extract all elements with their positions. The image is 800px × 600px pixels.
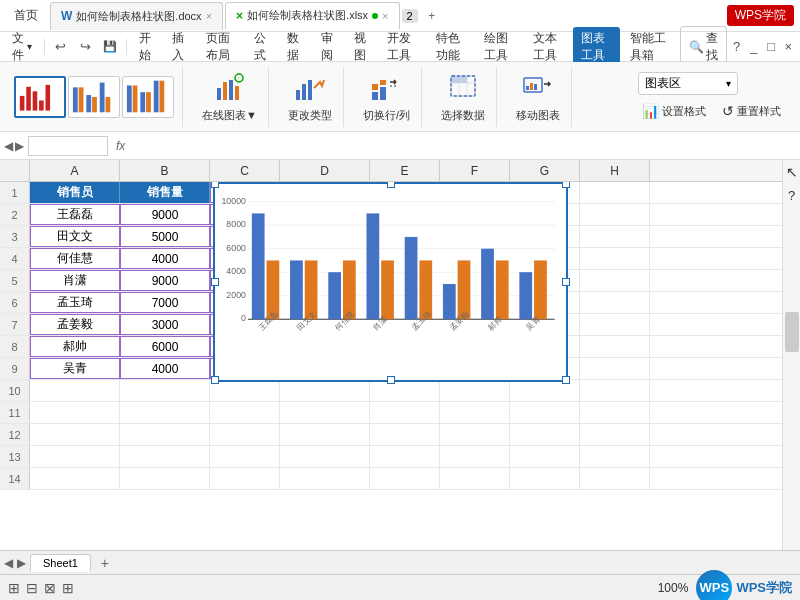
status-icon-2[interactable]: ⊟ xyxy=(26,580,38,596)
move-chart-button[interactable]: 移动图表 xyxy=(511,67,565,126)
new-tab-button[interactable]: + xyxy=(420,4,444,28)
cell-a4[interactable]: 何佳慧 xyxy=(30,248,120,269)
xlsx-close[interactable]: × xyxy=(382,10,388,22)
cell-a14[interactable] xyxy=(30,468,120,489)
scroll-left-button[interactable]: ◀ xyxy=(4,556,13,570)
resize-handle-right[interactable] xyxy=(562,278,570,286)
tab-docx[interactable]: W 如何绘制表格柱状图.docx × xyxy=(50,2,223,30)
maximize-button[interactable]: □ xyxy=(763,35,778,59)
cell-a3[interactable]: 田文文 xyxy=(30,226,120,247)
right-panel-cursor-icon[interactable]: ↖ xyxy=(786,164,798,180)
cell-b3[interactable]: 5000 xyxy=(120,226,210,247)
cell-a1[interactable]: 销售员 xyxy=(30,182,120,203)
close-button[interactable]: × xyxy=(781,35,796,59)
menu-view[interactable]: 视图 xyxy=(346,27,377,67)
menu-formula[interactable]: 公式 xyxy=(246,27,277,67)
cell-b8[interactable]: 6000 xyxy=(120,336,210,357)
cell-h9[interactable] xyxy=(580,358,650,379)
menu-page[interactable]: 页面布局 xyxy=(198,27,245,67)
chart-container[interactable]: 10000 8000 6000 4000 2000 0 xyxy=(213,182,568,382)
switch-rowcol-button[interactable]: 切换行/列 xyxy=(358,67,415,126)
cell-h2[interactable] xyxy=(580,204,650,225)
chart-thumb-2[interactable] xyxy=(68,76,120,118)
cell-b2[interactable]: 9000 xyxy=(120,204,210,225)
resize-handle-topleft[interactable] xyxy=(211,182,219,188)
cell-b5[interactable]: 9000 xyxy=(120,270,210,291)
docx-close[interactable]: × xyxy=(206,10,212,22)
cell-a8[interactable]: 郝帅 xyxy=(30,336,120,357)
menu-text[interactable]: 文本工具 xyxy=(525,27,572,67)
menu-draw[interactable]: 绘图工具 xyxy=(476,27,523,67)
chart-thumb-3[interactable] xyxy=(122,76,174,118)
minimize-button[interactable]: _ xyxy=(746,35,761,59)
cell-h4[interactable] xyxy=(580,248,650,269)
cell-e10[interactable] xyxy=(370,380,440,401)
menu-review[interactable]: 审阅 xyxy=(313,27,344,67)
cell-reference-input[interactable] xyxy=(28,136,108,156)
redo-button[interactable]: ↪ xyxy=(73,35,97,59)
cell-h10[interactable] xyxy=(580,380,650,401)
set-format-button[interactable]: 📊 设置格式 xyxy=(638,101,710,121)
file-menu[interactable]: 文件 ▾ xyxy=(4,27,40,67)
cell-h1[interactable] xyxy=(580,182,650,203)
help-button[interactable]: ? xyxy=(729,35,744,59)
resize-handle-topright[interactable] xyxy=(562,182,570,188)
add-sheet-button[interactable]: + xyxy=(95,553,115,573)
cell-a12[interactable] xyxy=(30,424,120,445)
scroll-right-button[interactable]: ▶ xyxy=(17,556,26,570)
resize-handle-bottomright[interactable] xyxy=(562,376,570,384)
home-button[interactable]: 首页 xyxy=(6,5,46,26)
cell-a6[interactable]: 孟玉琦 xyxy=(30,292,120,313)
cell-a5[interactable]: 肖潇 xyxy=(30,270,120,291)
reset-style-button[interactable]: ↺ 重置样式 xyxy=(718,101,785,121)
change-type-button[interactable]: 更改类型 xyxy=(283,67,337,126)
menu-data[interactable]: 数据 xyxy=(279,27,310,67)
sheet-tab-sheet1[interactable]: Sheet1 xyxy=(30,554,91,572)
cell-d10[interactable] xyxy=(280,380,370,401)
menu-special[interactable]: 特色功能 xyxy=(428,27,475,67)
resize-handle-top[interactable] xyxy=(387,182,395,188)
menu-dev[interactable]: 开发工具 xyxy=(379,27,426,67)
cell-h6[interactable] xyxy=(580,292,650,313)
chart-thumb-1[interactable] xyxy=(14,76,66,118)
cell-h3[interactable] xyxy=(580,226,650,247)
resize-handle-left[interactable] xyxy=(211,278,219,286)
formula-input[interactable] xyxy=(133,137,796,155)
cell-h8[interactable] xyxy=(580,336,650,357)
cell-c10[interactable] xyxy=(210,380,280,401)
cell-b7[interactable]: 3000 xyxy=(120,314,210,335)
menu-start[interactable]: 开始 xyxy=(131,27,162,67)
cell-f10[interactable] xyxy=(440,380,510,401)
cell-a13[interactable] xyxy=(30,446,120,467)
status-icon-3[interactable]: ⊠ xyxy=(44,580,56,596)
tab-xlsx[interactable]: × 如何绘制表格柱状图.xlsx × xyxy=(225,2,399,30)
cell-h5[interactable] xyxy=(580,270,650,291)
online-chart-button[interactable]: ↑ 在线图表▼ xyxy=(197,67,262,126)
cell-b9[interactable]: 4000 xyxy=(120,358,210,379)
save-button[interactable]: 💾 xyxy=(98,35,122,59)
menu-chart-tool[interactable]: 图表工具 xyxy=(573,27,620,67)
prev-icon[interactable]: ◀ xyxy=(4,139,13,153)
cell-b1[interactable]: 销售量 xyxy=(120,182,210,203)
cell-a10[interactable] xyxy=(30,380,120,401)
chart-area-dropdown[interactable]: 图表区 ▾ xyxy=(638,72,738,95)
scrollbar-thumb[interactable] xyxy=(785,312,799,352)
status-icon-4[interactable]: ⊞ xyxy=(62,580,74,596)
undo-button[interactable]: ↩ xyxy=(48,35,72,59)
right-panel-help-icon[interactable]: ? xyxy=(788,188,795,203)
resize-handle-bottomleft[interactable] xyxy=(211,376,219,384)
status-icon-1[interactable]: ⊞ xyxy=(8,580,20,596)
next-icon[interactable]: ▶ xyxy=(15,139,24,153)
cell-a11[interactable] xyxy=(30,402,120,423)
cell-b6[interactable]: 7000 xyxy=(120,292,210,313)
cell-h7[interactable] xyxy=(580,314,650,335)
resize-handle-bottom[interactable] xyxy=(387,376,395,384)
cell-a9[interactable]: 吴青 xyxy=(30,358,120,379)
cell-b4[interactable]: 4000 xyxy=(120,248,210,269)
cell-a2[interactable]: 王磊磊 xyxy=(30,204,120,225)
menu-insert[interactable]: 插入 xyxy=(164,27,195,67)
select-data-button[interactable]: 选择数据 xyxy=(436,67,490,126)
wps-learn-button[interactable]: WPS学院 xyxy=(727,5,794,26)
cell-a7[interactable]: 孟姜毅 xyxy=(30,314,120,335)
cell-b10[interactable] xyxy=(120,380,210,401)
